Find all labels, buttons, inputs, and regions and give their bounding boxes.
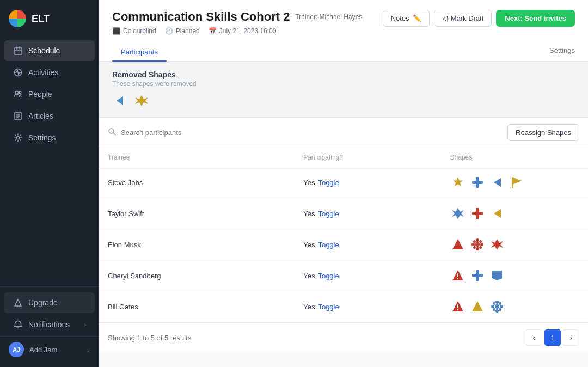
logo-area[interactable]: ELT <box>0 0 99 37</box>
svg-point-52 <box>499 308 501 311</box>
shape-red-cross <box>470 206 485 221</box>
toggle-link[interactable]: Toggle <box>318 210 339 218</box>
shape-gold-mountain <box>470 299 485 314</box>
shapes-cell <box>450 237 579 252</box>
svg-point-48 <box>500 305 503 308</box>
sidebar-item-label-people: People <box>28 90 52 99</box>
upgrade-button[interactable]: Upgrade <box>4 292 95 313</box>
participants-table-area: Reassign Shapes Trainee Participating? S… <box>99 118 588 352</box>
svg-point-49 <box>493 302 495 305</box>
shape-blue-arrow-left <box>489 175 505 190</box>
next-page-button[interactable]: › <box>563 329 579 346</box>
participating-value: Yes <box>303 303 315 311</box>
toggle-link[interactable]: Toggle <box>318 179 339 187</box>
people-icon <box>13 89 23 99</box>
reassign-shapes-button[interactable]: Reassign Shapes <box>507 124 579 141</box>
removed-shapes-title: Removed Shapes <box>112 70 575 79</box>
shape-blue-banner <box>489 268 505 283</box>
trainee-name: Taylor Swift <box>108 210 144 218</box>
sidebar-item-activities[interactable]: Activities <box>4 62 95 83</box>
shape-blue-ninja-star <box>450 206 465 221</box>
pagination-controls: ‹ 1 › <box>526 329 579 346</box>
svg-point-47 <box>491 305 494 308</box>
shape-blue-flower <box>489 299 505 314</box>
removed-shape-2 <box>134 93 149 108</box>
svg-rect-20 <box>512 177 513 188</box>
sidebar-item-label-settings: Settings <box>28 133 56 142</box>
sidebar-item-articles[interactable]: Articles <box>4 106 95 126</box>
next-button[interactable]: Next: Send invites <box>496 10 575 27</box>
upgrade-label: Upgrade <box>28 298 58 307</box>
svg-marker-43 <box>472 301 483 311</box>
shape-blue-cross <box>470 175 485 190</box>
search-input[interactable] <box>121 129 507 137</box>
col-trainee: Trainee <box>99 148 295 167</box>
shape-red-flag-triangle2 <box>450 299 465 314</box>
shapes-cell <box>450 268 579 283</box>
chevron-right-icon: › <box>84 322 86 328</box>
mark-draft-button[interactable]: ◁ Mark Draft <box>434 10 492 27</box>
logo-text: ELT <box>32 13 50 25</box>
page-header: Communication Skills Cohort 2 Trainer: M… <box>99 0 588 62</box>
tab-participants[interactable]: Participants <box>112 44 167 62</box>
svg-point-33 <box>479 246 482 249</box>
trainee-name: Steve Jobs <box>108 179 143 187</box>
trainee-name: Elon Musk <box>108 241 141 249</box>
toggle-link[interactable]: Toggle <box>318 303 339 311</box>
sidebar-item-settings[interactable]: Settings <box>4 127 95 148</box>
toggle-link[interactable]: Toggle <box>318 241 339 249</box>
shape-red-flag-triangle <box>450 268 465 283</box>
sidebar-item-people[interactable]: People <box>4 84 95 105</box>
participating-cell: Yes Toggle <box>303 272 432 280</box>
pencil-icon: ✏️ <box>413 14 421 22</box>
svg-point-28 <box>471 243 475 246</box>
sidebar-item-schedule[interactable]: Schedule <box>4 40 95 61</box>
svg-rect-38 <box>472 274 483 277</box>
search-bar: Reassign Shapes <box>99 118 588 148</box>
svg-rect-36 <box>457 278 458 279</box>
svg-point-44 <box>495 304 499 309</box>
sidebar-item-label-articles: Articles <box>28 112 53 120</box>
sidebar-bottom: Upgrade Notifications › AJ Add Jam ⌄ <box>0 286 99 367</box>
svg-marker-18 <box>494 178 501 187</box>
sidebar-item-label-activities: Activities <box>28 68 58 77</box>
removed-shapes-subtitle: These shapes were removed <box>112 80 575 88</box>
shape-gold-star <box>450 175 465 190</box>
articles-icon <box>13 111 23 121</box>
svg-point-5 <box>16 91 19 94</box>
svg-point-31 <box>479 240 482 243</box>
svg-point-45 <box>495 301 499 304</box>
shape-gold-arrow-left <box>489 206 505 221</box>
svg-point-30 <box>473 240 476 243</box>
svg-marker-13 <box>117 96 123 105</box>
page-1-button[interactable]: 1 <box>544 329 561 346</box>
clock-icon: 🕐 <box>165 27 173 35</box>
avatar: AJ <box>9 342 24 357</box>
main-content: Communication Skills Cohort 2 Trainer: M… <box>99 0 588 367</box>
participating-cell: Yes Toggle <box>303 210 432 218</box>
shape-red-mountain <box>450 237 465 252</box>
svg-marker-23 <box>494 209 501 218</box>
sidebar-nav: Schedule Activities People <box>0 37 99 286</box>
svg-marker-12 <box>15 299 21 306</box>
shapes-cell <box>450 299 579 314</box>
toggle-link[interactable]: Toggle <box>318 272 339 280</box>
meta-theme: ⬛ Colourblind <box>112 27 156 35</box>
svg-point-32 <box>473 246 476 249</box>
participating-cell: Yes Toggle <box>303 179 432 187</box>
removed-shape-icons <box>112 93 575 108</box>
pagination-info: Showing 1 to 5 of 5 results <box>108 334 191 342</box>
svg-point-51 <box>493 308 495 311</box>
participating-cell: Yes Toggle <box>303 241 432 249</box>
settings-link[interactable]: Settings <box>549 46 575 54</box>
shapes-cell <box>450 175 579 190</box>
participating-value: Yes <box>303 272 315 280</box>
svg-rect-17 <box>472 181 483 184</box>
calendar-icon: 📅 <box>209 27 217 35</box>
schedule-icon <box>13 46 23 56</box>
notifications-button[interactable]: Notifications › <box>4 314 95 335</box>
page-tabs: Participants <box>112 44 167 61</box>
notes-button[interactable]: Notes ✏️ <box>383 10 430 27</box>
add-jam-button[interactable]: AJ Add Jam ⌄ <box>0 336 99 363</box>
prev-page-button[interactable]: ‹ <box>526 329 542 346</box>
